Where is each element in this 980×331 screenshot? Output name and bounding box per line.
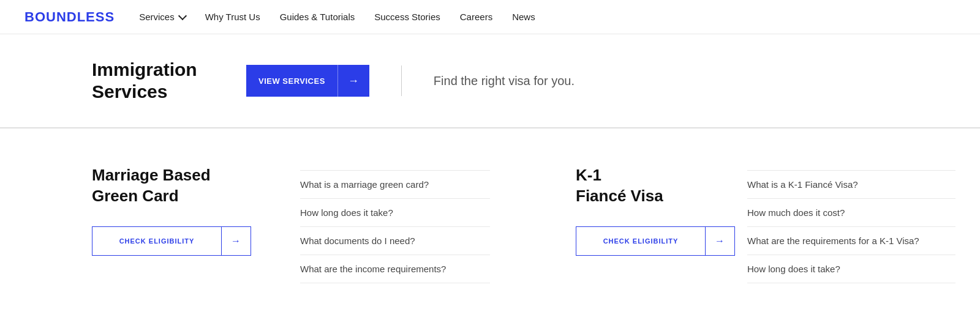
left-panel: Marriage BasedGreen Card CHECK ELIGIBILI… — [0, 128, 514, 331]
marriage-check-arrow-icon: → — [221, 226, 251, 256]
nav-link-news[interactable]: News — [512, 12, 535, 22]
main-content: Marriage BasedGreen Card CHECK ELIGIBILI… — [0, 128, 980, 331]
k1-faq-link-2[interactable]: What are the requirements for a K-1 Visa… — [747, 227, 956, 255]
nav-item-success[interactable]: Success Stories — [374, 12, 440, 23]
hero-divider — [401, 65, 402, 96]
marriage-check-eligibility-button[interactable]: CHECK ELIGIBILITY → — [92, 226, 251, 256]
nav-link-success[interactable]: Success Stories — [374, 12, 440, 22]
k1-card-title: K-1Fiancé Visa — [576, 165, 747, 207]
nav-item-guides[interactable]: Guides & Tutorials — [280, 12, 355, 23]
nav-link-services[interactable]: Services — [139, 12, 186, 22]
k1-check-arrow-icon: → — [705, 226, 734, 256]
hero-tagline: Find the right visa for you. — [434, 74, 575, 88]
k1-faq-links: What is a K-1 Fiancé Visa? How much does… — [747, 165, 980, 312]
marriage-faq-link-2[interactable]: What documents do I need? — [300, 227, 490, 255]
nav-item-why-trust[interactable]: Why Trust Us — [205, 12, 260, 23]
nav-item-news[interactable]: News — [512, 12, 535, 23]
k1-check-eligibility-button[interactable]: CHECK ELIGIBILITY → — [576, 226, 735, 256]
nav-link-guides[interactable]: Guides & Tutorials — [280, 12, 355, 22]
marriage-faq-link-0[interactable]: What is a marriage green card? — [300, 170, 490, 199]
marriage-check-eligibility-label: CHECK ELIGIBILITY — [92, 237, 221, 245]
nav-item-services[interactable]: Services — [139, 12, 186, 22]
hero-section: ImmigrationServices VIEW SERVICES → Find… — [0, 34, 980, 128]
marriage-faq-link-1[interactable]: How long does it take? — [300, 199, 490, 227]
k1-faq-link-0[interactable]: What is a K-1 Fiancé Visa? — [747, 170, 956, 199]
marriage-faq-links: What is a marriage green card? How long … — [263, 165, 514, 312]
nav-link-careers[interactable]: Careers — [460, 12, 492, 22]
view-services-label: VIEW SERVICES — [246, 76, 337, 86]
nav-link-why-trust[interactable]: Why Trust Us — [205, 12, 260, 22]
k1-check-eligibility-label: CHECK ELIGIBILITY — [576, 237, 705, 245]
hero-title: ImmigrationServices — [92, 59, 227, 103]
marriage-card-title: Marriage BasedGreen Card — [92, 165, 263, 207]
marriage-faq-link-3[interactable]: What are the income requirements? — [300, 255, 490, 283]
marriage-card-section: Marriage BasedGreen Card CHECK ELIGIBILI… — [92, 165, 263, 312]
view-services-button[interactable]: VIEW SERVICES → — [246, 65, 369, 97]
nav-item-careers[interactable]: Careers — [460, 12, 492, 23]
chevron-down-icon — [178, 12, 187, 20]
nav-links: Services Why Trust Us Guides & Tutorials… — [139, 12, 535, 23]
view-services-arrow-icon: → — [337, 65, 369, 97]
k1-card-section: K-1Fiancé Visa CHECK ELIGIBILITY → — [576, 165, 747, 312]
logo[interactable]: BOUNDLESS — [24, 9, 115, 25]
k1-faq-link-3[interactable]: How long does it take? — [747, 255, 956, 283]
navigation: BOUNDLESS Services Why Trust Us Guides &… — [0, 0, 980, 34]
k1-faq-link-1[interactable]: How much does it cost? — [747, 199, 956, 227]
right-panel: K-1Fiancé Visa CHECK ELIGIBILITY → What … — [514, 128, 980, 331]
